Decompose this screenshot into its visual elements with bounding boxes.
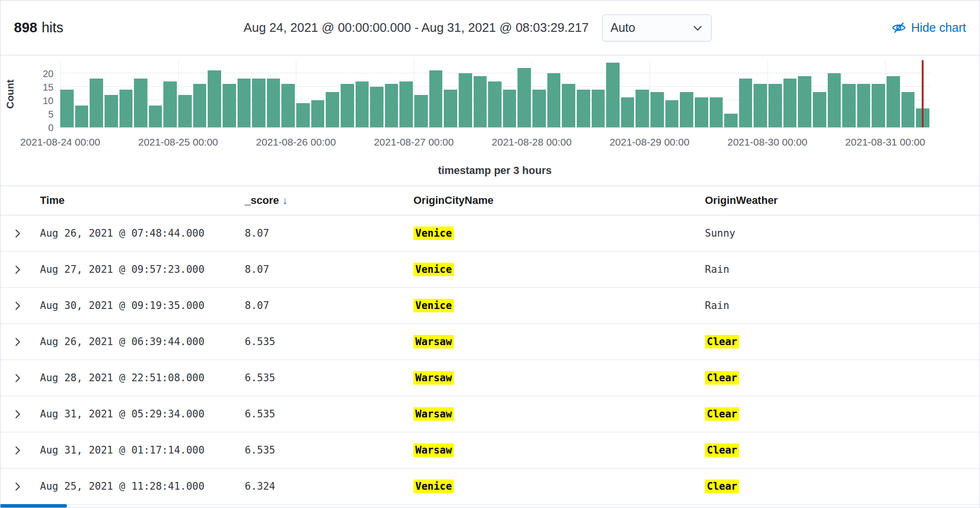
histogram-bar[interactable] — [887, 76, 900, 127]
histogram-bar[interactable] — [429, 70, 443, 127]
histogram-bar[interactable] — [252, 79, 265, 127]
histogram-bar[interactable] — [208, 70, 221, 127]
histogram-bar[interactable] — [842, 84, 856, 127]
histogram-bar[interactable] — [459, 73, 472, 127]
histogram-bar[interactable] — [281, 84, 295, 127]
histogram-bar[interactable] — [739, 79, 753, 127]
x-tick-label: 2021-08-25 00:00 — [138, 136, 218, 148]
histogram-bar[interactable] — [149, 106, 162, 127]
table-row: Aug 28, 2021 @ 22:51:08.0006.535WarsawCl… — [0, 360, 980, 396]
histogram-bar[interactable] — [650, 92, 664, 127]
histogram-bar[interactable] — [577, 90, 590, 127]
y-axis-ticks: 05101520 — [0, 60, 53, 128]
gridline-vertical — [768, 60, 768, 127]
table-row: Aug 27, 2021 @ 09:57:23.0008.07VeniceRai… — [0, 252, 980, 288]
histogram-bar[interactable] — [134, 79, 147, 127]
chevron-right-icon — [13, 445, 23, 455]
histogram-bar[interactable] — [238, 79, 251, 127]
histogram-bar[interactable] — [768, 84, 782, 127]
expand-row-button[interactable] — [10, 479, 26, 495]
hide-chart-button[interactable]: Hide chart — [892, 21, 966, 35]
histogram-bar[interactable] — [75, 106, 89, 127]
histogram-bar[interactable] — [488, 81, 502, 127]
histogram-plot[interactable] — [60, 60, 929, 128]
histogram-bar[interactable] — [119, 90, 133, 127]
y-tick-label: 15 — [43, 82, 53, 92]
histogram-bar[interactable] — [105, 95, 118, 127]
interval-select[interactable]: Auto — [602, 14, 712, 41]
highlight-mark: Venice — [413, 263, 454, 276]
histogram-bar[interactable] — [798, 76, 811, 127]
histogram-bar[interactable] — [547, 73, 561, 127]
histogram-bar[interactable] — [399, 81, 413, 127]
highlight-mark: Warsaw — [413, 407, 454, 421]
histogram-bar[interactable] — [562, 84, 575, 127]
histogram-bar[interactable] — [444, 90, 457, 127]
histogram-bar[interactable] — [296, 103, 310, 127]
histogram-bar[interactable] — [163, 81, 177, 127]
sort-desc-icon[interactable]: ↓ — [282, 194, 288, 207]
histogram-bar[interactable] — [193, 84, 207, 127]
histogram-bar[interactable] — [178, 95, 192, 127]
highlight-mark: Clear — [705, 407, 739, 421]
expand-row-button[interactable] — [10, 226, 26, 241]
histogram-bar[interactable] — [267, 79, 280, 127]
histogram-bar[interactable] — [90, 79, 103, 127]
origin-weather-cell: Clear — [699, 408, 980, 420]
histogram-bar[interactable] — [311, 100, 325, 127]
highlight-mark: Clear — [705, 443, 739, 457]
expand-row-button[interactable] — [10, 334, 26, 350]
histogram-bar[interactable] — [665, 100, 679, 127]
origin-weather-cell: Sunny — [699, 227, 980, 239]
histogram-bar[interactable] — [223, 84, 236, 127]
scrollbar-thumb[interactable] — [0, 504, 67, 508]
expand-row-button[interactable] — [10, 370, 26, 386]
histogram-bar[interactable] — [517, 68, 531, 127]
histogram-bar[interactable] — [503, 90, 516, 127]
histogram-bar[interactable] — [695, 97, 708, 127]
histogram-bar[interactable] — [872, 84, 885, 127]
time-range-label: Aug 24, 2021 @ 00:00:00.000 - Aug 31, 20… — [244, 20, 589, 35]
histogram-bar[interactable] — [813, 92, 826, 127]
histogram-bar[interactable] — [724, 114, 738, 127]
histogram-bar[interactable] — [326, 92, 339, 127]
histogram-bar[interactable] — [385, 84, 398, 127]
column-header-score[interactable]: _score↓ — [239, 194, 408, 207]
histogram-bar[interactable] — [828, 73, 841, 127]
histogram-bar[interactable] — [754, 84, 767, 127]
x-tick-label: 2021-08-28 00:00 — [492, 136, 572, 148]
chevron-right-icon — [13, 373, 23, 383]
origin-weather-cell: Rain — [699, 264, 980, 275]
expand-row-button[interactable] — [10, 262, 26, 278]
discover-panel: 898hits Aug 24, 2021 @ 00:00:00.000 - Au… — [0, 0, 980, 508]
time-cell: Aug 31, 2021 @ 05:29:34.000 — [34, 408, 239, 420]
histogram-bar[interactable] — [901, 92, 915, 127]
y-tick-label: 20 — [43, 69, 53, 79]
column-header-originweather: OriginWeather — [699, 194, 980, 207]
score-cell: 8.07 — [239, 300, 408, 311]
x-tick-label: 2021-08-24 00:00 — [20, 136, 100, 148]
table-row: Aug 31, 2021 @ 01:17:14.0006.535WarsawCl… — [0, 432, 980, 468]
histogram-bar[interactable] — [592, 90, 605, 127]
histogram-bar[interactable] — [783, 79, 797, 127]
histogram-bar[interactable] — [414, 95, 428, 127]
histogram-bar[interactable] — [636, 90, 649, 127]
histogram-bar[interactable] — [341, 84, 354, 127]
expand-cell — [0, 406, 34, 422]
expand-cell — [0, 226, 34, 241]
histogram-bar[interactable] — [621, 97, 635, 127]
histogram-bar[interactable] — [370, 87, 384, 127]
histogram-bar[interactable] — [60, 90, 74, 127]
histogram-bar[interactable] — [710, 97, 723, 127]
histogram-bar[interactable] — [606, 63, 620, 127]
histogram-bar[interactable] — [474, 76, 487, 127]
histogram-bar[interactable] — [857, 84, 871, 127]
histogram-bar[interactable] — [532, 90, 546, 127]
expand-row-button[interactable] — [10, 298, 26, 314]
expand-row-button[interactable] — [10, 442, 26, 458]
x-tick-label: 2021-08-30 00:00 — [728, 136, 808, 148]
expand-row-button[interactable] — [10, 406, 26, 422]
score-cell: 6.535 — [239, 444, 408, 456]
histogram-bar[interactable] — [356, 81, 369, 127]
histogram-bar[interactable] — [680, 92, 693, 127]
